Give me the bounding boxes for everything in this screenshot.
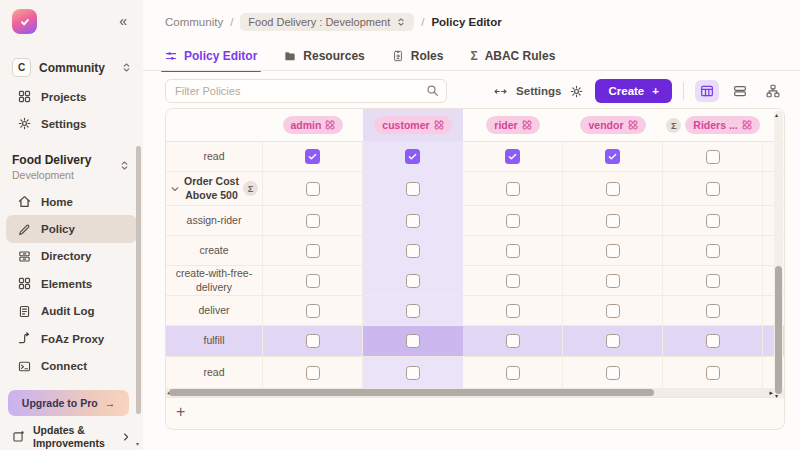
vertical-scrollbar[interactable]: ▴ ▾	[774, 111, 783, 399]
create-button[interactable]: Create +	[595, 79, 672, 103]
permission-checkbox[interactable]	[505, 149, 520, 164]
permission-cell	[263, 266, 363, 295]
chevron-down-icon[interactable]	[170, 184, 180, 194]
permission-checkbox[interactable]	[506, 304, 520, 318]
permission-checkbox[interactable]	[706, 366, 720, 380]
permission-checkbox[interactable]	[306, 304, 320, 318]
permission-checkbox[interactable]	[606, 214, 620, 228]
project-env-switcher[interactable]: Food Delivery Development	[12, 153, 130, 181]
sidebar-item-connect[interactable]: Connect	[6, 352, 137, 379]
permission-cell	[463, 357, 563, 388]
permission-checkbox[interactable]	[606, 274, 620, 288]
tab-resources[interactable]: Resources	[284, 42, 364, 69]
tab-label: Roles	[411, 49, 444, 63]
permission-checkbox[interactable]	[606, 182, 620, 196]
expand-columns-icon[interactable]	[494, 85, 507, 98]
permission-checkbox[interactable]	[706, 274, 720, 288]
permission-checkbox[interactable]	[606, 304, 620, 318]
org-switcher[interactable]: C Community	[12, 58, 132, 77]
sidebar-scrollbar[interactable]	[136, 146, 141, 446]
filter-policies-input[interactable]	[165, 79, 447, 103]
permission-checkbox[interactable]	[606, 366, 620, 380]
permission-checkbox[interactable]	[306, 182, 320, 196]
sidebar-collapse-button[interactable]: «	[119, 13, 127, 29]
tab-label: Policy Editor	[184, 49, 257, 63]
permission-checkbox[interactable]	[306, 244, 320, 258]
breadcrumb-project-env-selector[interactable]: Food Delivery : Development	[240, 13, 414, 31]
permission-checkbox[interactable]	[506, 334, 520, 348]
horizontal-scrollbar-thumb[interactable]	[169, 389, 654, 396]
proxy-icon	[18, 332, 31, 345]
sliders-icon	[165, 50, 177, 62]
scroll-right-icon[interactable]: ▸	[769, 388, 773, 397]
role-pill[interactable]: admin	[283, 116, 344, 134]
sidebar-item-policy[interactable]: Policy	[6, 215, 137, 242]
gear-icon[interactable]	[570, 85, 583, 98]
role-pill[interactable]: rider	[486, 116, 539, 134]
app-logo[interactable]	[12, 9, 37, 34]
sidebar-item-foaz-proxy[interactable]: FoAz Proxy	[6, 325, 137, 352]
permission-checkbox[interactable]	[306, 214, 320, 228]
role-pill[interactable]: vendor	[580, 116, 645, 134]
upgrade-to-pro-button[interactable]: Upgrade to Pro →	[8, 390, 129, 416]
sidebar-item-projects[interactable]: Projects	[6, 83, 137, 110]
permission-checkbox[interactable]	[606, 244, 620, 258]
role-pill[interactable]: Riders ...	[685, 116, 759, 134]
tab-roles[interactable]: Roles	[392, 42, 444, 69]
permission-checkbox[interactable]	[406, 366, 420, 380]
permission-checkbox[interactable]	[306, 274, 320, 288]
permission-checkbox[interactable]	[706, 244, 720, 258]
permission-checkbox[interactable]	[506, 366, 520, 380]
permission-checkbox[interactable]	[506, 244, 520, 258]
scroll-down-icon[interactable]: ▾	[136, 440, 139, 447]
permission-checkbox[interactable]	[506, 182, 520, 196]
projects-grid-icon	[18, 90, 31, 103]
sidebar-item-settings[interactable]: Settings	[6, 110, 137, 137]
permission-cell	[563, 172, 663, 205]
permission-checkbox[interactable]	[706, 182, 720, 196]
scroll-up-icon[interactable]: ▴	[775, 111, 778, 118]
role-pill[interactable]: customer	[374, 116, 451, 134]
view-tree-button[interactable]	[761, 80, 785, 102]
tab-abac-rules[interactable]: ΣABAC Rules	[470, 42, 555, 69]
permission-checkbox[interactable]	[406, 214, 420, 228]
permission-checkbox[interactable]	[506, 214, 520, 228]
permission-checkbox[interactable]	[706, 214, 720, 228]
action-label: read	[203, 150, 224, 163]
roles-badge-icon	[392, 50, 404, 62]
permission-checkbox[interactable]	[406, 304, 420, 318]
sidebar-item-updates[interactable]: Updates & Improvements	[8, 424, 135, 449]
permission-checkbox[interactable]	[306, 334, 320, 348]
permission-checkbox[interactable]	[706, 304, 720, 318]
permission-checkbox[interactable]	[605, 149, 620, 164]
add-policy-button[interactable]: +	[176, 404, 185, 420]
permission-checkbox[interactable]	[706, 334, 720, 348]
permission-checkbox[interactable]	[406, 244, 420, 258]
sidebar-item-home[interactable]: Home	[6, 188, 137, 215]
role-name: rider	[494, 119, 517, 131]
permission-cell	[263, 357, 363, 388]
sidebar-item-directory[interactable]: Directory	[6, 243, 137, 270]
permission-checkbox[interactable]	[606, 334, 620, 348]
permission-checkbox[interactable]	[706, 150, 720, 164]
view-table-button[interactable]	[695, 80, 719, 102]
vertical-scrollbar-thumb[interactable]	[775, 266, 782, 394]
horizontal-scrollbar[interactable]: ◂ ▸	[166, 388, 784, 397]
sidebar-item-audit-log[interactable]: Audit Log	[6, 298, 137, 325]
policy-row-deliver: deliver	[166, 296, 784, 326]
scroll-down-icon[interactable]: ▾	[775, 392, 778, 399]
permission-checkbox[interactable]	[406, 182, 420, 196]
policy-table-footer: +	[166, 397, 784, 426]
permission-checkbox[interactable]	[406, 274, 420, 288]
permission-checkbox[interactable]	[405, 149, 420, 164]
directory-icon	[18, 250, 31, 263]
permission-checkbox[interactable]	[305, 149, 320, 164]
view-list-button[interactable]	[728, 80, 752, 102]
permission-checkbox[interactable]	[406, 334, 420, 348]
tab-policy-editor[interactable]: Policy Editor	[165, 42, 257, 69]
sidebar-item-elements[interactable]: Elements	[6, 270, 137, 297]
actions-column-header	[166, 109, 263, 141]
permission-checkbox[interactable]	[306, 366, 320, 380]
breadcrumb-org[interactable]: Community	[165, 16, 223, 28]
permission-checkbox[interactable]	[506, 274, 520, 288]
